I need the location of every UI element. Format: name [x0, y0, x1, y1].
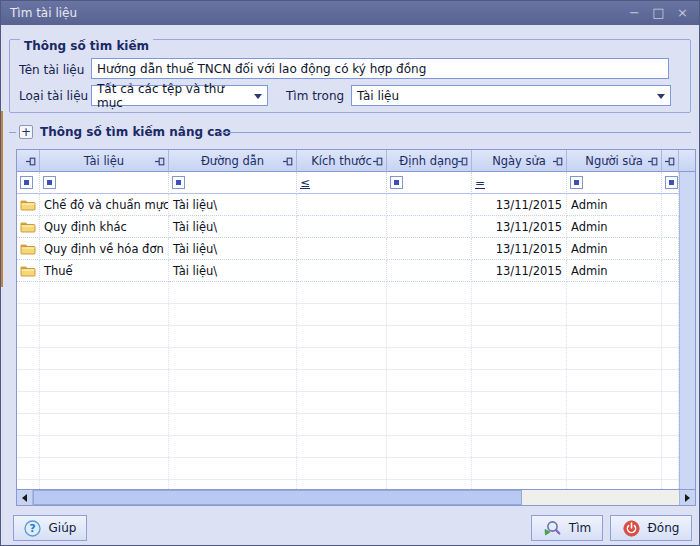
pin-icon[interactable] — [283, 157, 293, 166]
power-icon — [623, 520, 640, 537]
column-header-indicator[interactable] — [17, 150, 40, 172]
cell-path: Tài liệu\ — [169, 260, 297, 282]
filter-cell[interactable]: ≤ — [297, 172, 387, 194]
titlebar[interactable]: Tìm tài liệu − □ × — [1, 1, 699, 25]
pin-icon[interactable] — [458, 157, 468, 166]
cell-extra — [662, 194, 679, 216]
svg-text:?: ? — [29, 522, 35, 534]
grid-filter-row: ≤= — [17, 172, 695, 194]
cell-path: Tài liệu\ — [169, 216, 297, 238]
row-icon-cell — [17, 238, 40, 260]
row-icon-cell — [17, 194, 40, 216]
filter-cell[interactable] — [40, 172, 169, 194]
help-icon: ? — [24, 520, 41, 537]
cell-modified-by: Admin — [567, 216, 662, 238]
cell-document-name: Quy định khác — [40, 216, 169, 238]
column-guide-line — [39, 282, 40, 489]
scroll-right-arrow-icon[interactable] — [679, 490, 695, 505]
pin-icon[interactable] — [155, 157, 165, 166]
help-button-label: Giúp — [49, 521, 77, 535]
filter-box-icon[interactable] — [43, 176, 56, 189]
filter-cell[interactable]: = — [472, 172, 567, 194]
pin-icon[interactable] — [648, 157, 658, 166]
folder-icon — [20, 264, 36, 277]
cell-modified-date: 13/11/2015 — [472, 216, 567, 238]
maximize-icon[interactable]: □ — [651, 2, 666, 24]
expand-plus-button[interactable]: + — [19, 125, 33, 139]
folder-icon — [20, 242, 36, 255]
search-in-value: Tài liệu — [357, 89, 399, 103]
cell-size — [297, 238, 387, 260]
filter-operator[interactable]: = — [475, 177, 485, 189]
cell-size — [297, 194, 387, 216]
help-button[interactable]: ? Giúp — [13, 515, 87, 541]
filter-box-icon[interactable] — [172, 176, 185, 189]
column-header-Người sửa[interactable]: Người sửa — [567, 150, 662, 172]
column-header-label: Người sửa — [585, 154, 642, 168]
column-guide-line — [661, 282, 662, 489]
cell-path: Tài liệu\ — [169, 238, 297, 260]
cell-extra — [662, 216, 679, 238]
pin-icon[interactable] — [665, 157, 675, 166]
cell-document-name: Quy định về hóa đơn — [40, 238, 169, 260]
vertical-scrollbar[interactable] — [679, 172, 695, 489]
chevron-down-icon — [657, 94, 665, 99]
pin-icon[interactable] — [26, 157, 36, 166]
column-guide-line — [566, 282, 567, 489]
cell-modified-date: 13/11/2015 — [472, 194, 567, 216]
table-row[interactable]: ThuếTài liệu\13/11/2015Admin — [17, 260, 695, 282]
column-header-Ngày sửa[interactable]: Ngày sửa — [472, 150, 567, 172]
folder-icon — [20, 198, 36, 211]
grid-empty-area — [17, 282, 679, 489]
filter-cell[interactable] — [387, 172, 472, 194]
chevron-down-icon — [254, 94, 262, 99]
cell-format — [387, 216, 472, 238]
close-button[interactable]: Đóng — [610, 515, 692, 541]
pin-icon[interactable] — [553, 157, 563, 166]
filter-box-icon[interactable] — [20, 176, 33, 189]
document-type-label: Loại tài liệu — [19, 88, 88, 104]
document-type-combo[interactable]: Tất cả các tệp và thư mục — [91, 85, 268, 106]
column-header-Kích thước[interactable]: Kích thước — [297, 150, 387, 172]
cell-document-name: Thuế — [40, 260, 169, 282]
cell-modified-by: Admin — [567, 238, 662, 260]
filter-cell[interactable] — [567, 172, 662, 194]
find-button-label: Tìm — [569, 521, 591, 535]
search-in-combo[interactable]: Tài liệu — [351, 85, 671, 106]
table-row[interactable]: Quy định về hóa đơnTài liệu\13/11/2015Ad… — [17, 238, 695, 260]
close-button-label: Đóng — [648, 521, 680, 535]
cell-size — [297, 260, 387, 282]
find-button[interactable]: Tìm — [531, 515, 603, 541]
document-name-input[interactable] — [91, 58, 669, 79]
filter-cell[interactable] — [17, 172, 40, 194]
column-header-indicator[interactable] — [662, 150, 679, 172]
column-header-Định dạng[interactable]: Định dạng — [387, 150, 472, 172]
filter-cell[interactable] — [662, 172, 679, 194]
minimize-icon[interactable]: − — [627, 2, 642, 24]
filter-box-icon[interactable] — [390, 176, 403, 189]
separator-line — [9, 132, 16, 133]
column-header-label: Tài liệu — [84, 154, 124, 168]
column-header-Tài liệu[interactable]: Tài liệu — [40, 150, 169, 172]
grid-rows: Chế độ và chuẩn mực k...Tài liệu\13/11/2… — [17, 194, 695, 282]
column-header-label: Kích thước — [311, 154, 371, 168]
table-row[interactable]: Quy định khácTài liệu\13/11/2015Admin — [17, 216, 695, 238]
cell-format — [387, 238, 472, 260]
filter-box-icon[interactable] — [665, 176, 678, 189]
column-header-Đường dẫn[interactable]: Đường dẫn — [169, 150, 297, 172]
column-header-label: Ngày sửa — [492, 154, 546, 168]
scroll-left-arrow-icon[interactable] — [17, 490, 33, 505]
close-icon[interactable]: × — [675, 2, 690, 24]
results-grid: Tài liệuĐường dẫnKích thướcĐịnh dạngNgày… — [16, 149, 696, 506]
filter-operator[interactable]: ≤ — [300, 177, 310, 189]
pin-icon[interactable] — [373, 157, 383, 166]
horizontal-scrollbar[interactable] — [17, 489, 695, 505]
cell-format — [387, 194, 472, 216]
cell-format — [387, 260, 472, 282]
cell-modified-date: 13/11/2015 — [472, 238, 567, 260]
filter-box-icon[interactable] — [570, 176, 583, 189]
horizontal-scroll-thumb[interactable] — [33, 490, 522, 505]
filter-cell[interactable] — [169, 172, 297, 194]
find-document-dialog: Tìm tài liệu − □ × Thông số tìm kiếm Tên… — [0, 0, 700, 546]
table-row[interactable]: Chế độ và chuẩn mực k...Tài liệu\13/11/2… — [17, 194, 695, 216]
